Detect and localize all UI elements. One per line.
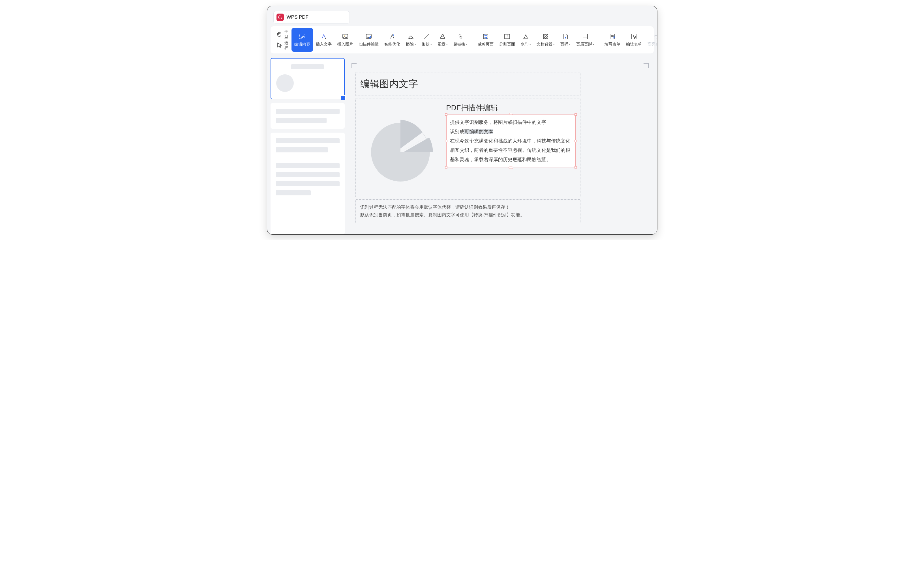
resize-handle[interactable] bbox=[445, 114, 448, 116]
split-page-button[interactable]: 分割页面 bbox=[497, 28, 518, 52]
background-icon bbox=[542, 33, 549, 40]
chevron-down-icon: ▾ bbox=[466, 43, 468, 46]
resize-handle[interactable] bbox=[509, 167, 513, 169]
scan-edit-label: 扫描件编辑 bbox=[359, 42, 379, 47]
split-page-label: 分割页面 bbox=[499, 42, 515, 47]
hand-tool[interactable]: 手型 bbox=[276, 29, 289, 39]
editable-text-frame[interactable]: 提供文字识别服务，将图片或扫描件中的文字 识别成可编辑的文本 在现今这个充满变化… bbox=[446, 115, 576, 167]
page-canvas[interactable]: 编辑图内文字 PDF扫描件编辑 bbox=[349, 58, 654, 234]
select-tool[interactable]: 选择 bbox=[276, 41, 289, 50]
header-footer-button[interactable]: 页眉页脚▾ bbox=[573, 28, 597, 52]
crop-mark-icon bbox=[351, 63, 357, 68]
page-thumbnail-2[interactable] bbox=[271, 103, 345, 129]
insert-text-button[interactable]: 插入文字 bbox=[313, 28, 334, 52]
page-number-button[interactable]: 页码▾ bbox=[557, 28, 573, 52]
background-label: 文档背景 bbox=[536, 42, 552, 47]
chevron-down-icon: ▾ bbox=[415, 43, 416, 46]
edit-content-label: 编辑内容 bbox=[294, 42, 310, 47]
resize-handle[interactable] bbox=[445, 166, 448, 169]
highlight-form-label: 高亮表单域 bbox=[647, 42, 657, 47]
edit-pencil-icon bbox=[299, 33, 306, 40]
scan-edit-icon bbox=[365, 33, 372, 40]
cursor-icon bbox=[276, 42, 283, 49]
pie-chart-placeholder bbox=[361, 103, 440, 194]
resize-handle[interactable] bbox=[574, 166, 577, 169]
edit-content-button[interactable]: 编辑内容 bbox=[291, 28, 313, 52]
crop-page-label: 裁剪页面 bbox=[478, 42, 494, 47]
title-region[interactable]: 编辑图内文字 bbox=[356, 72, 581, 96]
hand-tool-label: 手型 bbox=[285, 29, 289, 39]
image-icon bbox=[342, 33, 349, 40]
highlight-form-icon bbox=[654, 33, 657, 40]
hyperlink-label: 超链接 bbox=[453, 42, 465, 47]
line-icon bbox=[423, 33, 430, 40]
stamp-button[interactable]: 图章▾ bbox=[435, 28, 451, 52]
paragraph-1[interactable]: 提供文字识别服务，将图片或扫描件中的文字 识别成可编辑的文本 bbox=[450, 118, 572, 136]
page-number-icon bbox=[562, 33, 569, 40]
page-main-title: 编辑图内文字 bbox=[360, 77, 418, 90]
crop-page-button[interactable]: 裁剪页面 bbox=[475, 28, 497, 52]
scan-edit-button[interactable]: 扫描件编辑 bbox=[356, 28, 381, 52]
shape-label: 形状 bbox=[422, 42, 430, 47]
edit-form-label: 编辑表单 bbox=[626, 42, 642, 47]
watermark-icon bbox=[522, 33, 530, 40]
app-title: WPS PDF bbox=[287, 14, 309, 20]
pdf-app-icon bbox=[277, 14, 284, 21]
svg-rect-9 bbox=[583, 34, 587, 39]
toolbar: 手型 选择 编辑内容 插入文字 插入图片 扫描件编辑 智能优化 bbox=[271, 26, 654, 54]
titlebar: WPS PDF bbox=[267, 6, 657, 26]
workspace: 编辑图内文字 PDF扫描件编辑 bbox=[267, 54, 657, 234]
chevron-down-icon: ▾ bbox=[430, 43, 432, 46]
insert-image-label: 插入图片 bbox=[337, 42, 353, 47]
svg-point-4 bbox=[442, 35, 443, 36]
smart-optimize-label: 智能优化 bbox=[384, 42, 400, 47]
resize-handle[interactable] bbox=[574, 114, 577, 116]
fill-form-icon bbox=[609, 33, 616, 40]
crop-icon bbox=[482, 33, 489, 40]
chevron-down-icon: ▾ bbox=[569, 43, 571, 46]
selected-text: 可编辑的文本 bbox=[464, 129, 493, 134]
content-sub-heading[interactable]: PDF扫描件编辑 bbox=[446, 103, 576, 113]
chevron-down-icon: ▾ bbox=[530, 43, 531, 46]
svg-rect-6 bbox=[483, 34, 488, 39]
content-region[interactable]: PDF扫描件编辑 提供文字识别服务，将图片或扫 bbox=[356, 98, 581, 197]
fill-form-button[interactable]: 填写表单 bbox=[602, 28, 623, 52]
edit-form-button[interactable]: 编辑表单 bbox=[623, 28, 645, 52]
header-footer-label: 页眉页脚 bbox=[576, 42, 592, 47]
app-window: WPS PDF 手型 选择 编辑内容 插入文字 插入图片 bbox=[267, 6, 657, 235]
chevron-down-icon: ▾ bbox=[446, 43, 448, 46]
chevron-down-icon: ▾ bbox=[593, 43, 594, 46]
magic-icon bbox=[389, 33, 396, 40]
insert-text-label: 插入文字 bbox=[316, 42, 332, 47]
insert-image-button[interactable]: 插入图片 bbox=[334, 28, 356, 52]
thumbnail-panel bbox=[271, 58, 345, 234]
chevron-down-icon: ▾ bbox=[553, 43, 555, 46]
split-icon bbox=[503, 33, 511, 40]
watermark-button[interactable]: 水印▾ bbox=[518, 28, 534, 52]
svg-rect-5 bbox=[441, 37, 445, 38]
hand-icon bbox=[276, 30, 283, 38]
hyperlink-button[interactable]: 超链接▾ bbox=[451, 28, 470, 52]
stamp-label: 图章 bbox=[438, 42, 445, 47]
background-button[interactable]: 文档背景▾ bbox=[534, 28, 557, 52]
page-number-label: 页码 bbox=[560, 42, 568, 47]
paragraph-2[interactable]: 在现今这个充满变化和挑战的大环境中，科技与传统文化相互交织，两者的重要性不容忽视… bbox=[450, 136, 572, 164]
select-tool-label: 选择 bbox=[285, 41, 289, 50]
eraser-icon bbox=[407, 33, 415, 40]
resize-handle[interactable] bbox=[574, 140, 577, 142]
edit-form-icon bbox=[630, 33, 638, 40]
header-footer-icon bbox=[582, 33, 589, 40]
footer-region[interactable]: 识别过程无法匹配的字体将会用默认字体代替，请确认识别效果后再保存！ 默认识别当前… bbox=[356, 199, 581, 223]
text-a-icon bbox=[320, 33, 328, 40]
page-thumbnail-3[interactable] bbox=[271, 132, 345, 234]
resize-handle[interactable] bbox=[445, 140, 448, 142]
shape-button[interactable]: 形状▾ bbox=[419, 28, 435, 52]
svg-point-2 bbox=[344, 35, 345, 36]
watermark-label: 水印 bbox=[521, 42, 528, 47]
footer-note-2: 默认识别当前页，如需批量搜索、复制图内文字可使用【转换-扫描件识别】功能。 bbox=[360, 212, 576, 218]
erase-button[interactable]: 擦除▾ bbox=[403, 28, 419, 52]
page-thumbnail-1[interactable] bbox=[271, 58, 345, 99]
smart-optimize-button[interactable]: 智能优化 bbox=[381, 28, 403, 52]
document-tab[interactable]: WPS PDF bbox=[274, 11, 350, 24]
highlight-form-button[interactable]: 高亮表单域 bbox=[645, 28, 657, 52]
